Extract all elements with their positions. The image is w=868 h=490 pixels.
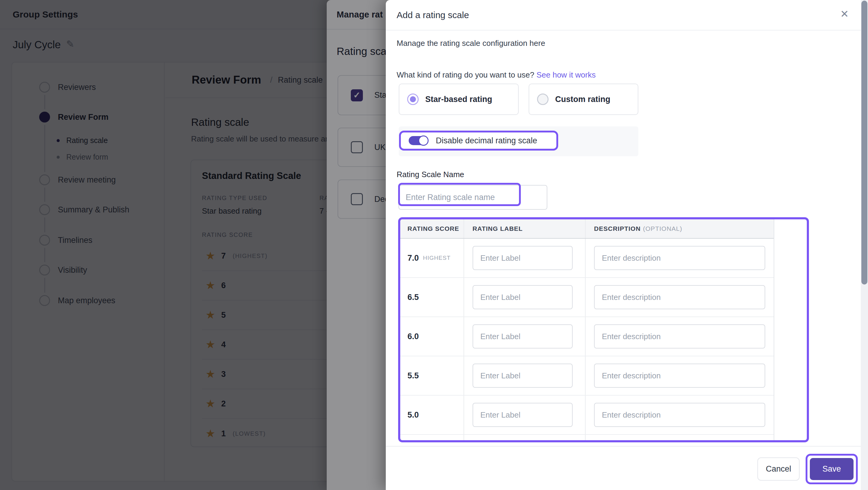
table-row: 6.0	[400, 317, 774, 356]
label-input[interactable]	[472, 403, 572, 427]
description-input[interactable]	[594, 285, 765, 309]
rating-kind-question: What kind of rating do you want to use? …	[397, 70, 595, 80]
table-row-partial	[400, 435, 774, 442]
description-input[interactable]	[594, 442, 765, 442]
scrollbar-thumb[interactable]	[861, 1, 867, 285]
table-row: 7.0 HIGHEST	[400, 239, 774, 278]
rating-scale-name-input[interactable]	[398, 185, 547, 210]
modal-title: Add a rating scale	[397, 10, 469, 20]
label-input[interactable]	[472, 442, 572, 442]
rating-scale-name-label: Rating Scale Name	[397, 170, 464, 179]
radio-card-custom[interactable]: Custom rating	[529, 84, 638, 115]
table-row: 5.5	[400, 356, 774, 396]
header-description: DESCRIPTION (OPTIONAL)	[586, 219, 774, 238]
label-input[interactable]	[472, 246, 572, 270]
row-score: 5.5	[407, 371, 419, 380]
radio-card-star-based[interactable]: Star-based rating	[399, 84, 519, 115]
label-input[interactable]	[472, 285, 572, 309]
table-row: 5.0	[400, 396, 774, 435]
toggle-band: Disable decimal rating scale	[399, 126, 638, 156]
see-how-it-works-link[interactable]: See how it works	[536, 70, 596, 79]
row-score-tag: HIGHEST	[423, 255, 451, 261]
rating-table: RATING SCORE RATING LABEL DESCRIPTION (O…	[400, 219, 774, 442]
modal-footer: Cancel Save	[386, 446, 868, 490]
label-input[interactable]	[472, 364, 572, 388]
radio-selected-icon[interactable]	[407, 93, 418, 105]
table-row: 6.5	[400, 278, 774, 317]
disable-decimal-toggle[interactable]	[409, 136, 428, 145]
row-score: 5.0	[407, 410, 419, 420]
radio-label: Custom rating	[555, 95, 610, 104]
header-optional: (OPTIONAL)	[643, 225, 682, 232]
row-score: 7.0	[407, 254, 419, 263]
modal-header: Add a rating scale ✕	[386, 0, 868, 30]
label-input[interactable]	[472, 324, 572, 348]
table-header-row: RATING SCORE RATING LABEL DESCRIPTION (O…	[400, 219, 774, 239]
close-icon[interactable]: ✕	[838, 7, 851, 21]
row-score: 6.5	[407, 293, 419, 302]
header-rating-label: RATING LABEL	[464, 219, 586, 238]
header-rating-score: RATING SCORE	[400, 219, 464, 238]
scrollbar-track[interactable]	[861, 0, 868, 490]
radio-label: Star-based rating	[425, 95, 492, 104]
modal-subtitle: Manage the rating scale configuration he…	[397, 39, 545, 48]
toggle-label: Disable decimal rating scale	[436, 136, 537, 145]
rating-table-annotation-highlight: RATING SCORE RATING LABEL DESCRIPTION (O…	[398, 217, 809, 442]
save-annotation-highlight: Save	[806, 454, 858, 484]
description-input[interactable]	[594, 324, 765, 348]
description-input[interactable]	[594, 364, 765, 388]
row-score: 6.0	[407, 332, 419, 341]
toggle-knob	[418, 136, 429, 146]
description-input[interactable]	[594, 246, 765, 270]
toggle-annotation-highlight: Disable decimal rating scale	[399, 131, 558, 150]
radio-unselected-icon[interactable]	[537, 93, 549, 105]
add-rating-scale-modal: Add a rating scale ✕ Manage the rating s…	[386, 0, 868, 490]
save-button[interactable]: Save	[810, 458, 854, 480]
question-text: What kind of rating do you want to use?	[397, 70, 534, 79]
description-input[interactable]	[594, 403, 765, 427]
cancel-button[interactable]: Cancel	[757, 457, 800, 481]
